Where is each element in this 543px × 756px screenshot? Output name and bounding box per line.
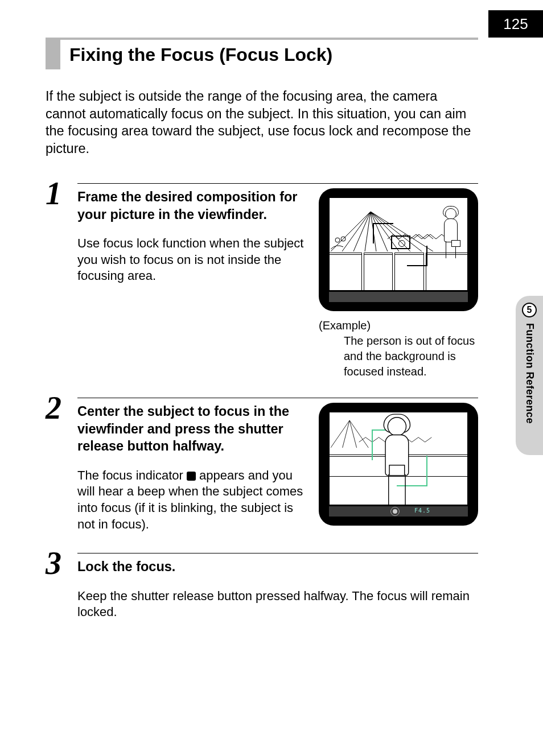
example-caption: (Example) The person is out of focus and…	[319, 318, 478, 379]
intro-paragraph: If the subject is outside the range of t…	[46, 88, 478, 157]
focus-indicator-icon	[187, 472, 196, 481]
step-heading: Center the subject to focus in the viewf…	[77, 403, 305, 455]
example-label: (Example)	[319, 318, 478, 333]
chapter-number: 5	[527, 305, 532, 315]
step-1: 1 Frame the desired composition for your…	[46, 183, 478, 379]
svg-line-15	[349, 420, 368, 448]
focus-confirm-icon	[390, 507, 400, 516]
page-content: Fixing the Focus (Focus Lock) If the sub…	[46, 38, 478, 621]
person-illustration	[442, 208, 459, 259]
chapter-number-circle: 5	[522, 303, 537, 317]
step-heading: Frame the desired composition for your p…	[77, 188, 305, 223]
focus-bracket-icon	[373, 223, 393, 243]
svg-line-14	[349, 420, 356, 448]
svg-line-13	[343, 420, 349, 448]
page-number: 125	[503, 15, 528, 33]
illustration-viewfinder-1	[319, 188, 478, 311]
spot-frame-icon	[391, 236, 410, 249]
step-3: 3 Lock the focus. Keep the shutter relea…	[46, 553, 478, 621]
step-paragraph: Use focus lock function when the subject…	[77, 236, 305, 284]
svg-point-10	[335, 238, 340, 242]
step-number: 3	[46, 547, 61, 579]
step-number: 2	[46, 392, 61, 424]
chapter-label: Function Reference	[524, 323, 536, 424]
step-heading: Lock the focus.	[77, 558, 478, 576]
chapter-tab: 5 Function Reference	[516, 296, 543, 455]
step-paragraph: The focus indicator appears and you will…	[77, 468, 305, 532]
page-number-box: 125	[488, 10, 543, 38]
step-para-pre: The focus indicator	[77, 468, 187, 482]
example-description: The person is out of focus and the backg…	[344, 333, 478, 379]
step-paragraph: Keep the shutter release button pressed …	[77, 588, 478, 621]
title-accent-bar	[46, 40, 60, 69]
status-readout: F4.5	[414, 507, 430, 514]
step-2: 2 Center the subject to focus in the vie…	[46, 398, 478, 532]
title-row: Fixing the Focus (Focus Lock)	[46, 38, 478, 69]
illustration-viewfinder-2: F4.5	[319, 403, 478, 526]
page-title: Fixing the Focus (Focus Lock)	[69, 40, 332, 69]
step-number: 1	[46, 177, 61, 209]
svg-line-12	[331, 420, 349, 448]
